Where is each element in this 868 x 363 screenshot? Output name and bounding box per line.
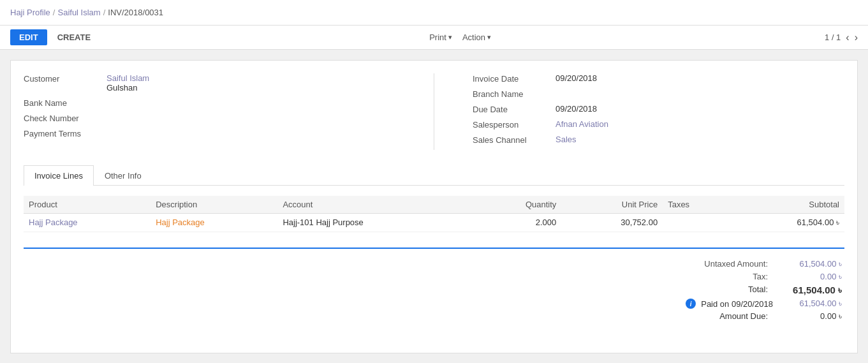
breadcrumb: Haji Profile / Saiful Islam / INV/2018/0… <box>10 8 163 17</box>
due-date-label: Due Date <box>473 104 555 114</box>
total-label: Total: <box>685 285 768 296</box>
paid-value: 61,504.00 ৳ <box>778 299 842 309</box>
breadcrumb-sep-1: / <box>53 8 55 17</box>
branch-name-row: Branch Name <box>473 89 844 99</box>
bank-name-label: Bank Name <box>24 98 107 108</box>
tabs: Invoice Lines Other Info <box>24 165 844 186</box>
tab-invoice-lines[interactable]: Invoice Lines <box>24 165 94 186</box>
untaxed-label: Untaxed Amount: <box>685 259 768 269</box>
customer-sub: Gulshan <box>107 83 149 93</box>
toolbar-right: 1 / 1 ‹ › <box>825 32 858 43</box>
cell-account: Hajj-101 Hajj Purpose <box>277 214 473 232</box>
tab-other-info[interactable]: Other Info <box>94 165 152 186</box>
customer-label: Customer <box>24 73 107 84</box>
total-value: 61,504.00 ৳ <box>778 285 842 296</box>
invoice-date-value: 09/20/2018 <box>555 73 597 83</box>
tax-value: 0.00 ৳ <box>778 272 842 282</box>
customer-value-group: Saiful Islam Gulshan <box>107 73 149 93</box>
cell-product[interactable]: Hajj Package <box>24 214 151 232</box>
amount-due-value: 0.00 ৳ <box>778 311 842 322</box>
payment-terms-row: Payment Terms <box>24 128 395 138</box>
col-account: Account <box>277 196 473 214</box>
cell-quantity: 2.000 <box>473 214 562 232</box>
check-number-label: Check Number <box>24 113 107 123</box>
salesperson-label: Salesperson <box>473 119 555 130</box>
customer-name[interactable]: Saiful Islam <box>107 73 149 83</box>
breadcrumb-current: INV/2018/0031 <box>108 8 163 17</box>
check-number-row: Check Number <box>24 113 395 123</box>
form-section: Customer Saiful Islam Gulshan Bank Name … <box>24 73 844 150</box>
totals-section: Untaxed Amount: 61,504.00 ৳ Tax: 0.00 ৳ … <box>24 259 844 322</box>
total-row: Total: 61,504.00 ৳ <box>685 285 842 296</box>
sales-channel-row: Sales Channel Sales <box>473 135 844 145</box>
col-unit-price: Unit Price <box>561 196 663 214</box>
toolbar: EDIT CREATE Print Action 1 / 1 ‹ › <box>0 26 868 50</box>
col-quantity: Quantity <box>473 196 562 214</box>
cell-unit-price: 30,752.00 <box>561 214 663 232</box>
edit-button[interactable]: EDIT <box>10 29 47 45</box>
payment-terms-label: Payment Terms <box>24 128 107 138</box>
tax-row: Tax: 0.00 ৳ <box>685 272 842 282</box>
breadcrumb-saiful-islam[interactable]: Saiful Islam <box>57 8 100 17</box>
salesperson-value[interactable]: Afnan Aviation <box>555 119 608 129</box>
create-button[interactable]: CREATE <box>52 29 96 45</box>
cell-subtotal: 61,504.00 ৳ <box>732 214 844 232</box>
col-description: Description <box>151 196 277 214</box>
form-right: Invoice Date 09/20/2018 Branch Name Due … <box>473 73 844 150</box>
next-button[interactable]: › <box>855 32 858 43</box>
print-button[interactable]: Print <box>429 33 452 42</box>
due-date-row: Due Date 09/20/2018 <box>473 104 844 114</box>
col-product: Product <box>24 196 151 214</box>
blue-divider <box>24 248 844 249</box>
tax-label: Tax: <box>685 272 768 282</box>
main-content: Customer Saiful Islam Gulshan Bank Name … <box>10 60 858 353</box>
invoice-date-label: Invoice Date <box>473 73 555 84</box>
breadcrumb-bar: Haji Profile / Saiful Islam / INV/2018/0… <box>0 0 868 26</box>
customer-row: Customer Saiful Islam Gulshan <box>24 73 395 93</box>
bank-name-row: Bank Name <box>24 98 395 108</box>
invoice-lines-table: Product Description Account Quantity Uni… <box>24 196 844 232</box>
table-header-row: Product Description Account Quantity Uni… <box>24 196 844 214</box>
amount-due-label: Amount Due: <box>685 311 768 322</box>
branch-name-label: Branch Name <box>473 89 555 99</box>
form-divider <box>434 73 434 150</box>
paid-row: i Paid on 09/20/2018 61,504.00 ৳ <box>686 299 842 309</box>
col-taxes: Taxes <box>663 196 731 214</box>
prev-button[interactable]: ‹ <box>846 32 849 43</box>
untaxed-value: 61,504.00 ৳ <box>778 259 842 269</box>
toolbar-center: Print Action <box>101 33 820 42</box>
untaxed-row: Untaxed Amount: 61,504.00 ৳ <box>685 259 842 269</box>
form-left: Customer Saiful Islam Gulshan Bank Name … <box>24 73 395 150</box>
due-date-value: 09/20/2018 <box>555 104 597 114</box>
invoice-date-row: Invoice Date 09/20/2018 <box>473 73 844 84</box>
cell-taxes <box>663 214 731 232</box>
breadcrumb-sep-2: / <box>103 8 106 17</box>
breadcrumb-haji-profile[interactable]: Haji Profile <box>10 8 50 17</box>
salesperson-row: Salesperson Afnan Aviation <box>473 119 844 130</box>
pagination: 1 / 1 <box>825 33 841 42</box>
col-subtotal: Subtotal <box>732 196 844 214</box>
sales-channel-label: Sales Channel <box>473 135 555 145</box>
paid-label: Paid on 09/20/2018 <box>701 299 773 309</box>
action-button[interactable]: Action <box>462 33 491 42</box>
amount-due-row: Amount Due: 0.00 ৳ <box>685 311 842 322</box>
table-row: Hajj Package Hajj Package Hajj-101 Hajj … <box>24 214 844 232</box>
sales-channel-value[interactable]: Sales <box>555 135 577 144</box>
info-icon[interactable]: i <box>686 299 696 309</box>
cell-description: Hajj Package <box>151 214 277 232</box>
